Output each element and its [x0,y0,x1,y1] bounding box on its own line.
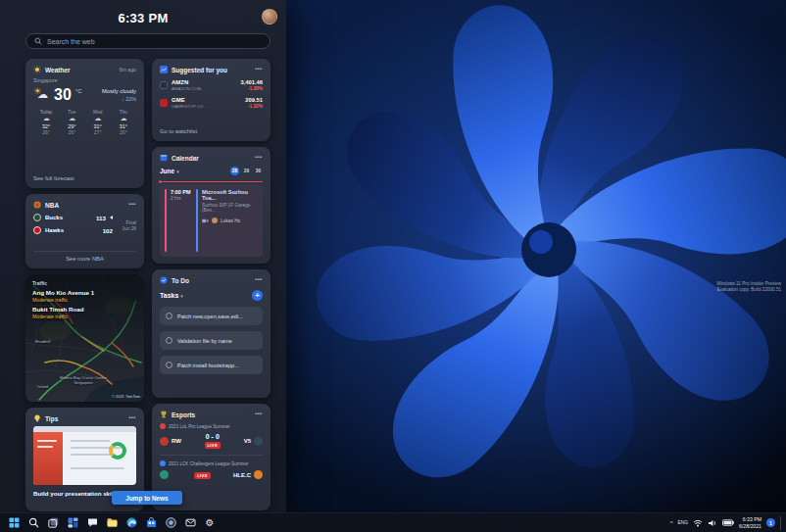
stock-row[interactable]: AMZNAMAZON.COM... 3,401.46-1.38% [160,79,263,91]
clock[interactable]: 6:33 PM 6/28/2021 [739,516,761,529]
file-explorer-icon[interactable] [104,515,120,531]
volume-icon[interactable] [708,519,717,527]
calendar-title: Calendar [172,155,199,162]
see-full-forecast-link[interactable]: See full forecast [33,175,136,181]
widgets-icon[interactable] [65,515,80,531]
more-options-icon[interactable]: ⋯ [255,68,263,72]
show-desktop-button[interactable] [780,516,783,530]
road-status: Moderate traffic [32,314,137,319]
task-checkbox[interactable] [166,337,172,344]
more-options-icon[interactable]: ⋯ [128,416,136,420]
more-options-icon[interactable]: ⋯ [128,203,136,207]
month-label[interactable]: June [160,168,174,174]
nba-team-row: Hawks 102 [33,226,113,234]
team-logo [254,437,263,446]
tray-time: 6:33 PM [739,516,761,523]
map-label: Island [37,384,48,389]
stocks-widget[interactable]: Suggested for you ⋯ AMZNAMAZON.COM... 3,… [152,59,270,141]
current-temp: 30 [54,87,72,103]
mail-icon[interactable] [182,515,198,531]
precip-change: ↓ 22% [102,96,136,102]
battery-icon[interactable] [722,519,734,526]
lightbulb-icon [33,414,41,422]
calendar-event[interactable]: 7:00 PM 2 hrs Microsoft Suzhou Toa... Su… [160,184,263,257]
cloud-icon: ☁ [33,115,59,122]
sun-behind-cloud-icon: ☀☁ [33,88,50,102]
task-item[interactable]: Validation file by name [160,331,263,350]
bucks-logo [33,214,41,221]
more-options-icon[interactable]: ⋯ [255,156,263,160]
microsoft-store-icon[interactable] [143,515,159,531]
forecast-day: Today☁32°26° [33,110,59,135]
live-badge: LIVE [194,472,211,479]
todo-widget[interactable]: To Do ⋯ Tasks ▾ + Patch new,open,save,ed… [152,269,270,398]
map-label: Marina Bay Cruise Centre Singapore [55,375,112,385]
amzn-logo [160,81,168,89]
date-pill[interactable]: 30 [254,167,263,175]
date-pill-selected[interactable]: 28 [230,167,239,175]
stock-row[interactable]: GMEGAMESTOP CO... 209.51-1.32% [160,97,263,109]
jump-to-news-button[interactable]: Jump to News [112,491,182,505]
cloud-icon: ☁ [85,115,111,122]
road-name: Bukit Timah Road [32,306,137,313]
event-location: Suzhou SIP 1F Garage (Bes... [202,203,258,213]
task-list-label[interactable]: Tasks [160,292,178,299]
game-status: Final Jun 28 [113,214,136,239]
date-strip: 28 29 30 [230,167,263,175]
weather-location: Singapore [33,77,136,83]
traffic-title: Traffic [32,280,137,286]
more-options-icon[interactable]: ⋯ [255,412,263,416]
widget-column-right: Suggested for you ⋯ AMZNAMAZON.COM... 3,… [152,59,270,511]
stocks-icon [160,66,168,73]
photos-icon[interactable] [163,515,178,531]
chevron-down-icon: ▾ [180,293,183,299]
tray-chevron-up-icon[interactable]: ^ [670,520,673,526]
current-time-indicator [160,181,263,182]
wifi-icon[interactable] [693,519,703,527]
team-logo [160,470,169,479]
esports-match[interactable]: LIVE HLE.C [160,470,263,479]
add-task-button[interactable]: + [252,290,263,301]
nba-title: NBA [45,202,59,209]
divider [160,455,263,456]
league-row: 2021 LCK Challengers League Summer [160,460,263,466]
traffic-widget[interactable]: Traffic Ang Mo Kio Avenue 1 Moderate tra… [25,274,144,402]
insider-watermark: Windows 11 Pro Insider Preview Evaluatio… [716,281,781,293]
start-button[interactable] [6,515,22,531]
chat-icon[interactable] [84,515,100,531]
task-item[interactable]: Patch install bootstrapp... [160,356,263,374]
user-avatar[interactable] [262,9,277,24]
taskbar-app-icons: ⚙ [6,513,218,532]
notification-count-badge[interactable]: 1 [766,518,775,527]
language-indicator[interactable]: ENG [678,520,688,525]
road-name: Ang Mo Kio Avenue 1 [32,289,137,296]
cloud-icon: ☁ [111,115,136,122]
task-view-icon[interactable] [45,515,61,531]
tips-preview-image [33,426,136,485]
search-placeholder: Search the web [47,38,95,45]
more-options-icon[interactable]: ⋯ [255,278,263,282]
chevron-down-icon: ▾ [176,169,179,174]
edge-browser-icon[interactable] [123,515,139,531]
task-checkbox[interactable] [166,313,172,319]
see-more-nba-link[interactable]: See more NBA [33,251,136,262]
system-tray: ^ ENG 6:33 PM 6/28/2021 1 [670,513,783,532]
trophy-icon [160,411,168,418]
widget-column-left: Weather 6m ago Singapore ☀☁ 30 °C Mostly… [25,59,144,511]
weather-updated: 6m ago [120,67,136,73]
gme-logo [160,99,168,107]
widget-columns: Weather 6m ago Singapore ☀☁ 30 °C Mostly… [25,59,270,511]
esports-match[interactable]: RW 0 - 0 LIVE V5 [160,433,263,449]
search-input[interactable]: Search the web [25,33,270,49]
go-to-watchlist-link[interactable]: Go to watchlist [160,128,263,134]
task-item[interactable]: Patch new,open,save,edi... [160,307,263,325]
nba-widget[interactable]: NBA ⋯ Bucks 113 [25,194,144,268]
settings-icon[interactable]: ⚙ [202,515,218,531]
date-pill[interactable]: 29 [242,167,251,175]
forecast-day: Thu☁31°26° [111,110,136,135]
road-status: Moderate traffic [32,297,137,303]
search-taskbar-icon[interactable] [25,515,41,531]
task-checkbox[interactable] [166,362,172,368]
calendar-widget[interactable]: Calendar ⋯ June ▾ 28 29 30 [152,147,270,264]
weather-widget[interactable]: Weather 6m ago Singapore ☀☁ 30 °C Mostly… [25,59,144,188]
